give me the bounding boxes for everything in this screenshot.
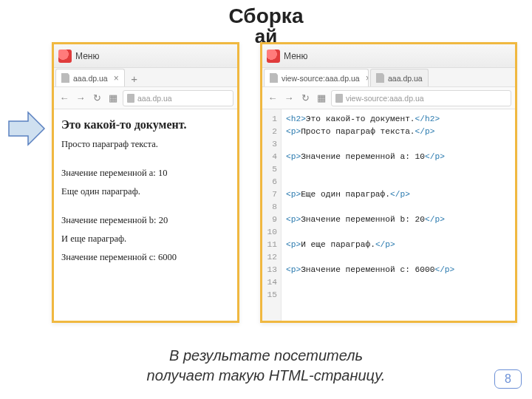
code-line bbox=[286, 251, 454, 264]
code-line bbox=[286, 138, 454, 151]
code-line bbox=[286, 163, 454, 176]
line-number: 15 bbox=[266, 289, 277, 301]
paragraph: И еще параграф. bbox=[61, 233, 230, 245]
speed-dial-icon[interactable]: ▦ bbox=[106, 92, 120, 105]
code-line: <p>Еще один параграф.</p> bbox=[286, 188, 454, 201]
menu-label[interactable]: Меню bbox=[284, 51, 307, 61]
page-number: 8 bbox=[494, 369, 522, 389]
nav-toolbar: ← → ↻ ▦ view-source:aaa.dp.ua bbox=[262, 87, 515, 109]
page-icon bbox=[127, 94, 134, 103]
tab-label: aaa.dp.ua bbox=[388, 74, 423, 83]
tab-bar: aaa.dp.ua × + bbox=[54, 68, 237, 87]
close-icon[interactable]: × bbox=[366, 73, 369, 83]
line-number: 2 bbox=[266, 126, 277, 138]
paragraph: Значение переменной c: 6000 bbox=[61, 252, 230, 263]
line-number: 13 bbox=[266, 264, 277, 276]
line-number: 3 bbox=[266, 138, 277, 151]
code-line bbox=[286, 289, 454, 301]
line-number: 11 bbox=[266, 239, 277, 251]
line-number: 5 bbox=[266, 163, 277, 176]
code-line bbox=[286, 201, 454, 214]
code-line bbox=[286, 226, 454, 239]
browser-window-rendered: Меню aaa.dp.ua × + ← → ↻ ▦ aaa.dp.ua Это… bbox=[52, 42, 239, 323]
paragraph: Значение переменной a: 10 bbox=[61, 168, 230, 179]
tab-label: view-source:aaa.dp.ua bbox=[282, 74, 360, 83]
back-icon[interactable]: ← bbox=[266, 92, 279, 105]
forward-icon[interactable]: → bbox=[282, 92, 296, 105]
code-line bbox=[286, 276, 454, 289]
favicon-icon bbox=[270, 73, 278, 83]
code-line: <p>Значение переменной a: 10</p> bbox=[286, 151, 454, 163]
line-number: 9 bbox=[266, 214, 277, 226]
code-line: <p>Значение переменной b: 20</p> bbox=[286, 214, 454, 226]
favicon-icon bbox=[61, 73, 69, 83]
new-tab-button[interactable]: + bbox=[126, 70, 143, 86]
window-titlebar: Меню bbox=[262, 44, 515, 68]
caption-line: получает такую HTML-страницу. bbox=[0, 366, 532, 386]
slide-caption: В результате посетитель получает такую H… bbox=[0, 346, 532, 386]
opera-logo-icon bbox=[58, 50, 72, 63]
line-gutter: 123456789101112131415 bbox=[262, 109, 282, 321]
url-text: aaa.dp.ua bbox=[137, 94, 172, 103]
opera-logo-icon bbox=[267, 50, 280, 63]
forward-icon[interactable]: → bbox=[74, 92, 87, 105]
code-line: <p>Значение переменной c: 6000</p> bbox=[286, 264, 454, 276]
window-titlebar: Меню bbox=[54, 44, 237, 68]
tab-bar: view-source:aaa.dp.ua × aaa.dp.ua bbox=[262, 68, 515, 87]
tab-active[interactable]: aaa.dp.ua × bbox=[55, 69, 125, 86]
paragraph: Просто параграф текста. bbox=[61, 139, 230, 150]
tab-inactive[interactable]: aaa.dp.ua bbox=[370, 69, 429, 86]
browser-window-source: Меню view-source:aaa.dp.ua × aaa.dp.ua ←… bbox=[260, 42, 517, 323]
paragraph: Значение переменной b: 20 bbox=[61, 215, 230, 226]
paragraph: Еще один параграф. bbox=[61, 186, 230, 197]
tab-label: aaa.dp.ua bbox=[73, 74, 108, 83]
code-line: <p>И еще параграф.</p> bbox=[286, 239, 454, 251]
code-line: <p>Просто параграф текста.</p> bbox=[286, 126, 454, 138]
line-number: 1 bbox=[266, 113, 277, 126]
reload-icon[interactable]: ↻ bbox=[299, 92, 312, 105]
page-icon bbox=[335, 94, 343, 103]
line-number: 8 bbox=[266, 201, 277, 214]
tab-active[interactable]: view-source:aaa.dp.ua × bbox=[264, 69, 369, 86]
favicon-icon bbox=[376, 73, 384, 83]
line-number: 12 bbox=[266, 251, 277, 264]
back-icon[interactable]: ← bbox=[58, 92, 71, 105]
line-number: 4 bbox=[266, 151, 277, 163]
speed-dial-icon[interactable]: ▦ bbox=[315, 92, 328, 105]
line-number: 10 bbox=[266, 226, 277, 239]
close-icon[interactable]: × bbox=[114, 73, 119, 83]
heading: Это какой-то документ. bbox=[61, 118, 230, 132]
line-number: 7 bbox=[266, 188, 277, 201]
source-view: 123456789101112131415 <h2>Это какой-то д… bbox=[262, 109, 515, 321]
code-area: <h2>Это какой-то документ.</h2><p>Просто… bbox=[282, 109, 459, 321]
slide-title: Сборка bbox=[0, 0, 532, 28]
code-line bbox=[286, 176, 454, 188]
line-number: 14 bbox=[266, 276, 277, 289]
nav-toolbar: ← → ↻ ▦ aaa.dp.ua bbox=[54, 87, 237, 109]
reload-icon[interactable]: ↻ bbox=[90, 92, 103, 105]
address-bar[interactable]: aaa.dp.ua bbox=[123, 90, 233, 106]
address-bar[interactable]: view-source:aaa.dp.ua bbox=[331, 90, 511, 106]
url-text: view-source:aaa.dp.ua bbox=[346, 94, 424, 103]
code-line: <h2>Это какой-то документ.</h2> bbox=[286, 113, 454, 126]
line-number: 6 bbox=[266, 176, 277, 188]
caption-line: В результате посетитель bbox=[0, 346, 532, 366]
menu-label[interactable]: Меню bbox=[75, 51, 99, 61]
rendered-page: Это какой-то документ. Просто параграф т… bbox=[54, 109, 237, 279]
